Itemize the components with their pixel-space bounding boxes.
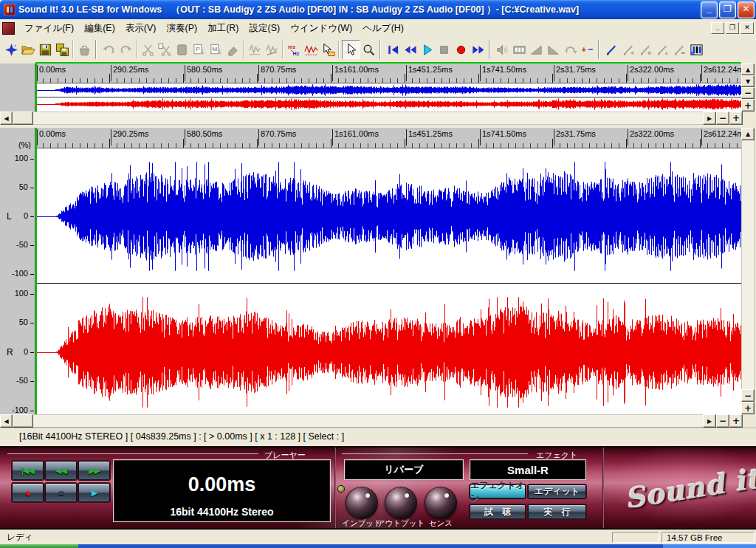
mdi-restore-button[interactable]: ❐ — [726, 22, 739, 34]
player-stop-button[interactable]: ■ — [45, 483, 77, 502]
menu-item-1[interactable]: 編集(E) — [79, 20, 120, 37]
open-icon[interactable] — [20, 41, 37, 58]
taskbar[interactable] — [0, 544, 756, 548]
axis-label: -50 — [3, 240, 28, 249]
knob-label: センス — [429, 518, 453, 529]
effect-on-button[interactable]: エフェクトオン — [470, 484, 526, 499]
main-vzoom-out-icon[interactable]: − — [741, 389, 755, 402]
app-window: Sound it! 3.0 LE-SB for Windows （OUT : S… — [0, 0, 756, 548]
toolbar-separator — [337, 41, 342, 58]
mdi-minimize-button[interactable]: _ — [711, 22, 724, 34]
overview-scroll-left-icon[interactable]: ◀ — [0, 112, 13, 125]
minimize-button[interactable]: _ — [701, 1, 718, 18]
menu-item-0[interactable]: ファイル(F) — [19, 20, 79, 37]
main-scroll-left-icon[interactable]: ◀ — [0, 414, 13, 428]
mixer-icon[interactable] — [688, 41, 705, 58]
ms-hz-icon[interactable]: msHz — [286, 41, 303, 58]
effect-type-select[interactable]: リバーブ — [344, 459, 464, 480]
menu-item-3[interactable]: 演奏(P) — [161, 20, 202, 37]
go-start-icon[interactable] — [385, 41, 402, 58]
axis-tick — [30, 411, 34, 411]
overview-waveform[interactable] — [36, 83, 741, 112]
player-display: 0.00ms 16bit 44100Hz Stereo — [113, 459, 331, 522]
player-play-button[interactable]: ▶ — [78, 483, 110, 502]
main-vscroll[interactable] — [741, 128, 755, 414]
effect-preset-select[interactable]: Small-R — [470, 459, 586, 480]
document-icon[interactable] — [2, 22, 15, 35]
menu-item-2[interactable]: 表示(V) — [120, 20, 162, 37]
overview-hscroll-thumb[interactable] — [13, 112, 33, 125]
title-bar[interactable]: Sound it! 3.0 LE-SB for Windows （OUT : S… — [0, 0, 756, 19]
record-icon[interactable] — [453, 41, 470, 58]
overview-ruler[interactable]: 0.00ms290.25ms580.50ms870.75ms1s161.00ms… — [35, 64, 741, 83]
fade-in-icon — [528, 41, 545, 58]
rewind-icon[interactable] — [402, 41, 419, 58]
main-waveform[interactable] — [36, 148, 741, 414]
overview-vzoom-in-icon[interactable]: + — [741, 99, 755, 112]
forward-icon[interactable] — [470, 41, 487, 58]
knob-2[interactable] — [425, 487, 456, 518]
film-icon — [511, 41, 528, 58]
main-scroll-right-icon[interactable]: ▶ — [703, 414, 716, 428]
knob-0[interactable] — [346, 487, 377, 518]
zoom-icon[interactable] — [360, 41, 377, 58]
save-copy-icon[interactable] — [54, 41, 71, 58]
overview-scroll-up-icon[interactable]: ▲ — [741, 64, 755, 75]
player-skip-forward-button[interactable]: ▶▶ — [78, 461, 110, 480]
svg-text:P: P — [196, 45, 199, 52]
menu-item-4[interactable]: 加工(R) — [202, 20, 244, 37]
wave-red-icon[interactable] — [303, 41, 320, 58]
overview-hzoom-out-icon[interactable]: − — [716, 112, 729, 125]
overview-vzoom-out-icon[interactable]: − — [741, 87, 755, 99]
play-icon[interactable] — [419, 41, 436, 58]
format-display: 16bit 44100Hz Stereo — [114, 506, 330, 518]
ruler-ticks — [35, 74, 741, 83]
toolbar-separator — [71, 41, 76, 58]
overview-scroll-down-icon[interactable]: ▼ — [741, 75, 755, 87]
main-vzoom-in-icon[interactable]: + — [741, 402, 755, 414]
mdi-close-button[interactable]: ✕ — [740, 22, 754, 34]
player-skip-start-button[interactable]: |◀◀ — [12, 461, 44, 480]
main-hscroll-thumb[interactable] — [13, 414, 33, 428]
close-button[interactable]: ✕ — [738, 1, 755, 18]
main-scroll-up-icon[interactable]: ▲ — [741, 128, 755, 140]
save-icon[interactable] — [37, 41, 54, 58]
menu-item-6[interactable]: ウインドウ(W) — [285, 20, 357, 37]
axis-tick — [30, 216, 34, 217]
plus-minus-icon[interactable]: +− — [579, 41, 596, 58]
toolbar-separator — [241, 41, 247, 58]
bottom-status-bar: レディ 14.57 GB Free — [0, 531, 756, 544]
main-ruler[interactable]: 0.00ms290.25ms580.50ms870.75ms1s161.00ms… — [35, 128, 741, 148]
main-hzoom-in-icon[interactable]: + — [729, 414, 743, 428]
cursor-ruler-icon[interactable] — [320, 41, 337, 58]
ready-text: レディ — [7, 532, 32, 543]
toolbar-separator — [281, 41, 286, 58]
menu-item-7[interactable]: ヘルプ(H) — [357, 20, 409, 37]
effect-preview-button[interactable]: 試 聴 — [470, 504, 526, 519]
main-hscroll[interactable] — [0, 414, 741, 428]
start-button[interactable] — [0, 544, 78, 548]
tool-1-icon — [620, 41, 637, 58]
new-icon[interactable] — [3, 41, 20, 58]
player-rewind-button[interactable]: ◀◀ — [45, 461, 77, 480]
restore-button[interactable]: ❐ — [719, 1, 736, 18]
knob-1[interactable] — [385, 487, 416, 518]
menu-item-5[interactable]: 設定(S) — [244, 20, 286, 37]
pen-icon[interactable] — [603, 41, 620, 58]
paste-icon — [173, 41, 190, 58]
logo-section: Sound it! — [604, 448, 756, 528]
overview-wave-box[interactable] — [35, 83, 741, 112]
disk-free-panel: 14.57 GB Free — [662, 532, 755, 543]
overview-scroll-right-icon[interactable]: ▶ — [703, 112, 716, 125]
main-wave-box[interactable] — [35, 148, 741, 414]
effect-edit-button[interactable]: エディット — [528, 484, 586, 499]
axis-label: 50 — [3, 318, 28, 326]
sound-it-logo: Sound it! — [623, 460, 756, 516]
overview-hscroll[interactable] — [0, 112, 741, 125]
overview-hzoom-in-icon[interactable]: + — [729, 112, 743, 125]
main-hzoom-out-icon[interactable]: − — [716, 414, 729, 428]
pointer-icon[interactable] — [342, 40, 360, 59]
main-left-line — [35, 128, 37, 414]
player-record-button[interactable]: ● — [12, 483, 44, 502]
effect-execute-button[interactable]: 実 行 — [528, 504, 586, 519]
